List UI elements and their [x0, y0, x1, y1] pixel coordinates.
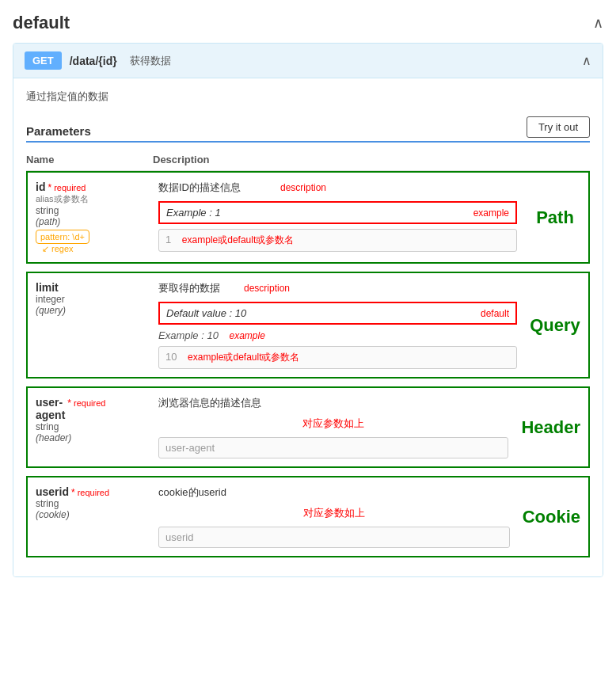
limit-input-box[interactable]: 10 example或default或参数名: [158, 346, 517, 369]
method-badge: GET: [25, 51, 62, 70]
limit-default-box: Default value : 10 default: [158, 302, 517, 325]
id-example-box: Example : 1 example: [158, 201, 517, 224]
page-collapse-icon[interactable]: ∧: [593, 14, 603, 32]
userid-param-name: userid: [36, 485, 69, 498]
userid-desc-row: cookie的userid: [158, 485, 510, 500]
param-name-col-id: id * required alias或参数名 string (path) pa…: [36, 181, 158, 254]
userid-required-label: required: [78, 488, 109, 497]
user-agent-name-inline: user-agent * required: [36, 396, 105, 421]
param-row-user-agent: user-agent * required string (header) 浏览…: [26, 386, 590, 468]
user-agent-input-placeholder: user-agent: [165, 442, 215, 454]
user-agent-desc-col: 浏览器信息的描述信息 对应参数如上 user-agent: [158, 396, 508, 458]
param-name-col-user-agent: user-agent * required string (header): [36, 396, 158, 458]
id-pattern-arrow: ↙ regex: [42, 244, 152, 254]
userid-input-placeholder: userid: [165, 531, 193, 543]
user-agent-section-label: Header: [508, 396, 580, 458]
try-it-out-button[interactable]: Try it out: [527, 116, 590, 138]
endpoint-path: /data/{id}: [70, 55, 117, 67]
user-agent-desc-text: 浏览器信息的描述信息: [158, 396, 261, 410]
userid-desc-text: cookie的userid: [158, 485, 226, 500]
userid-type: string: [36, 498, 152, 509]
id-name-inline: id * required: [36, 181, 86, 193]
endpoint-short-desc: 获得数据: [130, 54, 171, 68]
userid-input-box[interactable]: userid: [158, 527, 510, 548]
col-description-header: Description: [153, 154, 590, 165]
limit-desc-text: 要取得的数据: [158, 281, 220, 295]
limit-default-text: Default value : 10: [166, 307, 246, 319]
limit-example-annotation: example: [230, 330, 265, 341]
id-input-value: 1: [165, 234, 171, 245]
userid-name-inline: userid * required: [36, 485, 109, 498]
limit-input-annotation: example或default或参数名: [188, 352, 299, 363]
id-desc-text: 数据ID的描述信息: [158, 181, 241, 195]
id-desc-row: 数据ID的描述信息 description: [158, 181, 517, 195]
user-agent-required-label: required: [74, 398, 105, 408]
limit-desc-col: 要取得的数据 description Default value : 10 de…: [158, 281, 517, 369]
user-agent-corresponding-note: 对应参数如上: [158, 417, 508, 431]
endpoint-collapse-icon[interactable]: ∧: [582, 53, 591, 68]
param-row-limit: limit integer (query) 要取得的数据 description…: [26, 272, 590, 379]
id-required-label: required: [54, 183, 86, 192]
user-agent-desc-row: 浏览器信息的描述信息: [158, 396, 508, 410]
id-example-label: example: [473, 207, 509, 219]
limit-section-label: Query: [517, 281, 580, 369]
limit-param-name: limit: [36, 281, 152, 294]
params-section: Parameters Try it out Name Description i…: [26, 116, 590, 557]
page-title-row: default ∧: [13, 13, 603, 33]
endpoint-body: 通过指定值的数据 Parameters Try it out Name Desc…: [13, 78, 603, 576]
id-example-text: Example : 1: [166, 207, 221, 219]
user-agent-location: (header): [36, 432, 152, 443]
userid-desc-col: cookie的userid 对应参数如上 userid: [158, 485, 510, 548]
limit-default-label: default: [481, 308, 509, 319]
endpoint-block: GET /data/{id} 获得数据 ∧ 通过指定值的数据 Parameter…: [13, 43, 603, 577]
id-alias: alias或参数名: [36, 193, 152, 205]
userid-corresponding-note: 对应参数如上: [158, 506, 510, 520]
endpoint-header: GET /data/{id} 获得数据 ∧: [13, 44, 603, 78]
col-name-header: Name: [26, 154, 153, 165]
id-desc-col: 数据ID的描述信息 description Example : 1 exampl…: [158, 181, 517, 254]
limit-desc-row: 要取得的数据 description: [158, 281, 517, 295]
id-input-annotation: example或default或参数名: [182, 234, 294, 245]
limit-type: integer: [36, 294, 152, 305]
user-agent-required-star: *: [67, 398, 71, 409]
limit-example-note: Example : 10 example: [158, 329, 517, 341]
user-agent-type: string: [36, 421, 152, 432]
id-required-star: *: [48, 182, 51, 193]
endpoint-header-left: GET /data/{id} 获得数据: [25, 51, 171, 70]
userid-location: (cookie): [36, 509, 152, 520]
param-name-col-userid: userid * required string (cookie): [36, 485, 158, 548]
id-desc-annotation: description: [280, 182, 326, 193]
page-title: default: [13, 13, 70, 33]
param-row-id: id * required alias或参数名 string (path) pa…: [26, 171, 590, 264]
userid-required-star: *: [71, 487, 75, 498]
limit-desc-annotation: description: [244, 283, 290, 294]
limit-input-value: 10: [165, 351, 177, 363]
id-input-box[interactable]: 1 example或default或参数名: [158, 229, 517, 252]
id-location: (path): [36, 216, 152, 227]
endpoint-description: 通过指定值的数据: [26, 89, 590, 104]
params-header-row: Parameters Try it out: [26, 116, 590, 143]
param-name-col-limit: limit integer (query): [36, 281, 158, 369]
limit-location: (query): [36, 305, 152, 316]
params-label: Parameters: [26, 124, 91, 138]
user-agent-input-box[interactable]: user-agent: [158, 437, 508, 458]
param-row-userid: userid * required string (cookie) cookie…: [26, 476, 590, 557]
limit-example-text: Example : 10: [158, 329, 219, 341]
id-param-name: id: [36, 181, 45, 193]
id-section-label: Path: [517, 181, 580, 254]
user-agent-param-name: user-agent: [36, 396, 65, 421]
id-pattern-box: pattern: \d+: [36, 230, 89, 244]
id-type: string: [36, 205, 152, 216]
userid-section-label: Cookie: [510, 485, 580, 548]
params-table-header: Name Description: [26, 149, 590, 171]
page-container: default ∧ GET /data/{id} 获得数据 ∧ 通过指定值的数据…: [0, 0, 616, 590]
